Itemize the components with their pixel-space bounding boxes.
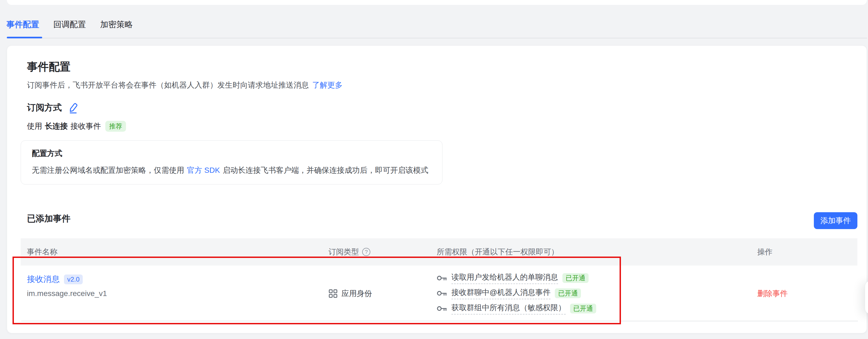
subscription-mode-line: 使用 长连接 接收事件 推荐	[27, 121, 126, 132]
delete-event-link[interactable]: 删除事件	[757, 288, 858, 299]
page-title: 事件配置	[27, 59, 70, 74]
table-bottom-border	[21, 321, 858, 321]
page-description: 订阅事件后，飞书开放平台将会在事件（如机器人入群）发生时向请求地址推送消息了解更…	[27, 80, 343, 90]
key-icon	[437, 289, 447, 297]
permission-status-badge: 已开通	[555, 288, 581, 298]
tab-event-config[interactable]: 事件配置	[6, 19, 39, 30]
header-event-name-label: 事件名称	[27, 247, 57, 257]
tab-divider-line	[7, 38, 867, 38]
config-tabs: 事件配置 回调配置 加密策略	[6, 19, 133, 30]
description-text: 订阅事件后，飞书开放平台将会在事件（如机器人入群）发生时向请求地址推送消息	[27, 81, 309, 89]
event-config-page: 事件配置 回调配置 加密策略 事件配置 订阅事件后，飞书开放平台将会在事件（如机…	[0, 0, 868, 339]
events-table-header: 事件名称 订阅类型 ? 所需权限（开通以下任一权限即可） 操作	[21, 238, 858, 266]
header-event-name: 事件名称	[21, 247, 322, 257]
header-subscription-type: 订阅类型 ?	[322, 247, 431, 257]
permission-status-badge: 已开通	[570, 304, 596, 313]
config-box-text: 无需注册公网域名或配置加密策略，仅需使用官方 SDK启动长连接飞书客户端，并确保…	[32, 165, 428, 176]
permission-name[interactable]: 读取用户发给机器人的单聊消息	[452, 272, 558, 284]
edit-pencil-icon[interactable]	[68, 102, 79, 114]
header-action-label: 操作	[757, 247, 773, 257]
action-cell: 删除事件	[751, 266, 858, 321]
header-required-permissions: 所需权限（开通以下任一权限即可）	[431, 247, 751, 257]
recommended-badge: 推荐	[105, 121, 126, 132]
tab-callback-config[interactable]: 回调配置	[53, 19, 86, 30]
event-config-card: 事件配置 订阅事件后，飞书开放平台将会在事件（如机器人入群）发生时向请求地址推送…	[7, 45, 867, 333]
key-icon	[437, 274, 447, 282]
config-mode-box: 配置方式 无需注册公网域名或配置加密策略，仅需使用官方 SDK启动长连接飞书客户…	[21, 141, 442, 184]
permission-name[interactable]: 接收群聊中@机器人消息事件	[452, 287, 551, 299]
app-identity-icon	[329, 289, 338, 298]
usage-mode: 长连接	[45, 121, 68, 131]
add-event-button[interactable]: 添加事件	[814, 212, 858, 229]
floating-helper-widget[interactable]	[865, 281, 868, 314]
header-type-label: 订阅类型	[329, 247, 359, 257]
added-events-title: 已添加事件	[27, 213, 70, 225]
permission-item: 获取群组中所有消息（敏感权限） 已开通	[437, 301, 751, 316]
subscription-type-value: 应用身份	[341, 288, 372, 299]
event-name-cell: 接收消息 v2.0 im.message.receive_v1	[21, 266, 322, 321]
active-tab-indicator	[7, 37, 42, 38]
learn-more-link[interactable]: 了解更多	[312, 81, 343, 89]
table-row: 接收消息 v2.0 im.message.receive_v1	[21, 266, 858, 321]
permission-name[interactable]: 获取群组中所有消息（敏感权限）	[452, 303, 566, 314]
tab-encryption-policy[interactable]: 加密策略	[100, 19, 133, 30]
event-version-badge: v2.0	[64, 275, 83, 284]
header-actions: 操作	[751, 247, 858, 257]
usage-suffix: 接收事件	[70, 121, 101, 131]
subscription-section-header: 订阅方式	[27, 102, 79, 114]
usage-prefix: 使用	[27, 121, 42, 131]
event-name-link[interactable]: 接收消息	[27, 274, 60, 285]
permission-item: 读取用户发给机器人的单聊消息 已开通	[437, 271, 751, 286]
header-permission-label: 所需权限（开通以下任一权限即可）	[437, 247, 559, 257]
event-id: im.message.receive_v1	[27, 289, 322, 298]
permission-item: 接收群聊中@机器人消息事件 已开通	[437, 286, 751, 301]
previous-card-bottom	[7, 0, 867, 5]
config-box-title: 配置方式	[32, 148, 62, 159]
help-icon[interactable]: ?	[362, 248, 370, 256]
key-icon	[437, 304, 447, 313]
official-sdk-link[interactable]: 官方 SDK	[187, 166, 220, 175]
subscription-type-cell: 应用身份	[322, 266, 431, 321]
permissions-cell: 读取用户发给机器人的单聊消息 已开通	[431, 266, 751, 321]
config-text-after: 启动长连接飞书客户端，并确保连接成功后，即可开启该模式	[223, 166, 428, 175]
subscription-title: 订阅方式	[27, 102, 62, 114]
permission-status-badge: 已开通	[562, 273, 589, 283]
config-text-before: 无需注册公网域名或配置加密策略，仅需使用	[32, 166, 184, 175]
